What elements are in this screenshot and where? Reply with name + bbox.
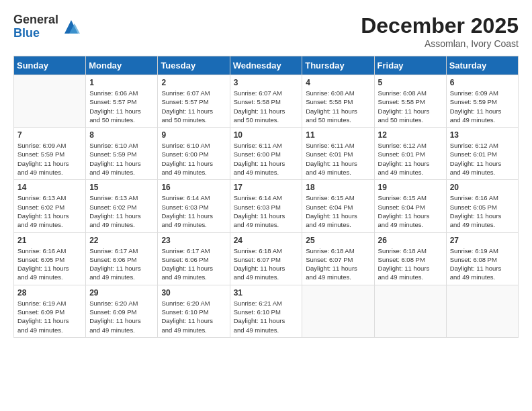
day-info: Sunrise: 6:21 AMSunset: 6:10 PMDaylight:… bbox=[234, 299, 299, 334]
day-number: 26 bbox=[378, 236, 443, 245]
day-info: Sunrise: 6:14 AMSunset: 6:03 PMDaylight:… bbox=[234, 193, 299, 229]
calendar-cell: 5Sunrise: 6:08 AMSunset: 5:58 PMDaylight… bbox=[374, 75, 446, 128]
day-number: 7 bbox=[17, 130, 82, 140]
day-number: 11 bbox=[306, 130, 370, 140]
day-info: Sunrise: 6:15 AMSunset: 6:04 PMDaylight:… bbox=[306, 193, 370, 229]
day-info: Sunrise: 6:12 AMSunset: 6:01 PMDaylight:… bbox=[450, 141, 515, 177]
day-info: Sunrise: 6:17 AMSunset: 6:06 PMDaylight:… bbox=[89, 246, 154, 282]
day-info: Sunrise: 6:15 AMSunset: 6:04 PMDaylight:… bbox=[378, 193, 443, 229]
calendar-table: SundayMondayTuesdayWednesdayThursdayFrid… bbox=[13, 56, 519, 338]
calendar-header-saturday: Saturday bbox=[446, 56, 518, 75]
calendar-header-thursday: Thursday bbox=[302, 56, 374, 75]
calendar-cell: 4Sunrise: 6:08 AMSunset: 5:58 PMDaylight… bbox=[302, 75, 374, 128]
day-info: Sunrise: 6:08 AMSunset: 5:58 PMDaylight:… bbox=[306, 89, 370, 124]
day-number: 29 bbox=[89, 288, 154, 298]
day-number: 27 bbox=[450, 236, 515, 245]
calendar-cell: 12Sunrise: 6:12 AMSunset: 6:01 PMDayligh… bbox=[374, 128, 446, 180]
day-info: Sunrise: 6:14 AMSunset: 6:03 PMDaylight:… bbox=[161, 193, 226, 229]
calendar-cell: 10Sunrise: 6:11 AMSunset: 6:00 PMDayligh… bbox=[230, 128, 302, 180]
day-number: 22 bbox=[89, 236, 154, 245]
day-info: Sunrise: 6:11 AMSunset: 6:01 PMDaylight:… bbox=[306, 141, 370, 177]
day-info: Sunrise: 6:09 AMSunset: 5:59 PMDaylight:… bbox=[450, 89, 515, 124]
calendar-header-friday: Friday bbox=[374, 56, 446, 75]
calendar-header-row: SundayMondayTuesdayWednesdayThursdayFrid… bbox=[14, 56, 519, 75]
calendar-cell: 25Sunrise: 6:18 AMSunset: 6:07 PMDayligh… bbox=[302, 232, 374, 285]
calendar-cell: 22Sunrise: 6:17 AMSunset: 6:06 PMDayligh… bbox=[86, 232, 158, 285]
calendar-cell: 19Sunrise: 6:15 AMSunset: 6:04 PMDayligh… bbox=[374, 180, 446, 232]
day-number: 13 bbox=[450, 130, 515, 140]
calendar-cell: 28Sunrise: 6:19 AMSunset: 6:09 PMDayligh… bbox=[14, 285, 86, 337]
day-number: 3 bbox=[234, 78, 299, 87]
day-number: 8 bbox=[89, 130, 154, 140]
day-number: 30 bbox=[161, 288, 226, 298]
calendar-cell: 27Sunrise: 6:19 AMSunset: 6:08 PMDayligh… bbox=[446, 232, 518, 285]
day-info: Sunrise: 6:13 AMSunset: 6:02 PMDaylight:… bbox=[17, 193, 82, 229]
calendar-cell: 9Sunrise: 6:10 AMSunset: 6:00 PMDaylight… bbox=[158, 128, 230, 180]
day-number: 20 bbox=[450, 183, 515, 192]
day-info: Sunrise: 6:11 AMSunset: 6:00 PMDaylight:… bbox=[234, 141, 299, 177]
calendar-cell: 7Sunrise: 6:09 AMSunset: 5:59 PMDaylight… bbox=[14, 128, 86, 180]
day-info: Sunrise: 6:10 AMSunset: 5:59 PMDaylight:… bbox=[89, 141, 154, 177]
logo-text: General Blue bbox=[13, 13, 58, 40]
calendar-cell: 16Sunrise: 6:14 AMSunset: 6:03 PMDayligh… bbox=[158, 180, 230, 232]
calendar-week-row: 1Sunrise: 6:06 AMSunset: 5:57 PMDaylight… bbox=[14, 75, 519, 128]
day-number: 4 bbox=[306, 78, 370, 87]
day-number: 2 bbox=[161, 78, 226, 87]
calendar-cell: 21Sunrise: 6:16 AMSunset: 6:05 PMDayligh… bbox=[14, 232, 86, 285]
logo-general: General bbox=[13, 13, 58, 27]
calendar-header-tuesday: Tuesday bbox=[158, 56, 230, 75]
day-info: Sunrise: 6:18 AMSunset: 6:07 PMDaylight:… bbox=[234, 246, 299, 282]
calendar-cell: 1Sunrise: 6:06 AMSunset: 5:57 PMDaylight… bbox=[86, 75, 158, 128]
calendar-cell: 29Sunrise: 6:20 AMSunset: 6:09 PMDayligh… bbox=[86, 285, 158, 337]
calendar-cell bbox=[446, 285, 518, 337]
day-number: 14 bbox=[17, 183, 82, 192]
calendar-header-sunday: Sunday bbox=[14, 56, 86, 75]
day-info: Sunrise: 6:19 AMSunset: 6:09 PMDaylight:… bbox=[17, 299, 82, 334]
calendar-cell: 14Sunrise: 6:13 AMSunset: 6:02 PMDayligh… bbox=[14, 180, 86, 232]
day-info: Sunrise: 6:18 AMSunset: 6:07 PMDaylight:… bbox=[306, 246, 370, 282]
day-number: 23 bbox=[161, 236, 226, 245]
day-info: Sunrise: 6:20 AMSunset: 6:09 PMDaylight:… bbox=[89, 299, 154, 334]
day-info: Sunrise: 6:12 AMSunset: 6:01 PMDaylight:… bbox=[378, 141, 443, 177]
calendar-cell: 18Sunrise: 6:15 AMSunset: 6:04 PMDayligh… bbox=[302, 180, 374, 232]
logo: General Blue bbox=[13, 13, 81, 40]
day-number: 31 bbox=[234, 288, 299, 298]
calendar-cell: 31Sunrise: 6:21 AMSunset: 6:10 PMDayligh… bbox=[230, 285, 302, 337]
month-title: December 2025 bbox=[361, 13, 519, 38]
day-info: Sunrise: 6:13 AMSunset: 6:02 PMDaylight:… bbox=[89, 193, 154, 229]
day-number: 1 bbox=[89, 78, 154, 87]
day-number: 16 bbox=[161, 183, 226, 192]
calendar-cell: 30Sunrise: 6:20 AMSunset: 6:10 PMDayligh… bbox=[158, 285, 230, 337]
calendar-cell: 8Sunrise: 6:10 AMSunset: 5:59 PMDaylight… bbox=[86, 128, 158, 180]
day-info: Sunrise: 6:10 AMSunset: 6:00 PMDaylight:… bbox=[161, 141, 226, 177]
day-number: 6 bbox=[450, 78, 515, 87]
location: Assomlan, Ivory Coast bbox=[361, 38, 519, 49]
day-number: 17 bbox=[234, 183, 299, 192]
day-number: 18 bbox=[306, 183, 370, 192]
calendar-cell: 26Sunrise: 6:18 AMSunset: 6:08 PMDayligh… bbox=[374, 232, 446, 285]
calendar-cell bbox=[302, 285, 374, 337]
day-number: 10 bbox=[234, 130, 299, 140]
page-header: General Blue December 2025 Assomlan, Ivo… bbox=[13, 13, 519, 49]
day-info: Sunrise: 6:08 AMSunset: 5:58 PMDaylight:… bbox=[378, 89, 443, 124]
calendar-cell: 6Sunrise: 6:09 AMSunset: 5:59 PMDaylight… bbox=[446, 75, 518, 128]
calendar-cell: 15Sunrise: 6:13 AMSunset: 6:02 PMDayligh… bbox=[86, 180, 158, 232]
calendar-cell: 17Sunrise: 6:14 AMSunset: 6:03 PMDayligh… bbox=[230, 180, 302, 232]
day-info: Sunrise: 6:17 AMSunset: 6:06 PMDaylight:… bbox=[161, 246, 226, 282]
calendar-cell: 11Sunrise: 6:11 AMSunset: 6:01 PMDayligh… bbox=[302, 128, 374, 180]
day-number: 21 bbox=[17, 236, 82, 245]
calendar-header-monday: Monday bbox=[86, 56, 158, 75]
day-info: Sunrise: 6:16 AMSunset: 6:05 PMDaylight:… bbox=[450, 193, 515, 229]
day-info: Sunrise: 6:18 AMSunset: 6:08 PMDaylight:… bbox=[378, 246, 443, 282]
logo-blue: Blue bbox=[13, 27, 58, 40]
calendar-week-row: 14Sunrise: 6:13 AMSunset: 6:02 PMDayligh… bbox=[14, 180, 519, 232]
calendar-cell: 24Sunrise: 6:18 AMSunset: 6:07 PMDayligh… bbox=[230, 232, 302, 285]
calendar-header-wednesday: Wednesday bbox=[230, 56, 302, 75]
calendar-cell: 20Sunrise: 6:16 AMSunset: 6:05 PMDayligh… bbox=[446, 180, 518, 232]
title-section: December 2025 Assomlan, Ivory Coast bbox=[361, 13, 519, 49]
day-info: Sunrise: 6:07 AMSunset: 5:57 PMDaylight:… bbox=[161, 89, 226, 124]
day-number: 25 bbox=[306, 236, 370, 245]
calendar-cell bbox=[14, 75, 86, 128]
calendar-cell: 2Sunrise: 6:07 AMSunset: 5:57 PMDaylight… bbox=[158, 75, 230, 128]
day-info: Sunrise: 6:16 AMSunset: 6:05 PMDaylight:… bbox=[17, 246, 82, 282]
